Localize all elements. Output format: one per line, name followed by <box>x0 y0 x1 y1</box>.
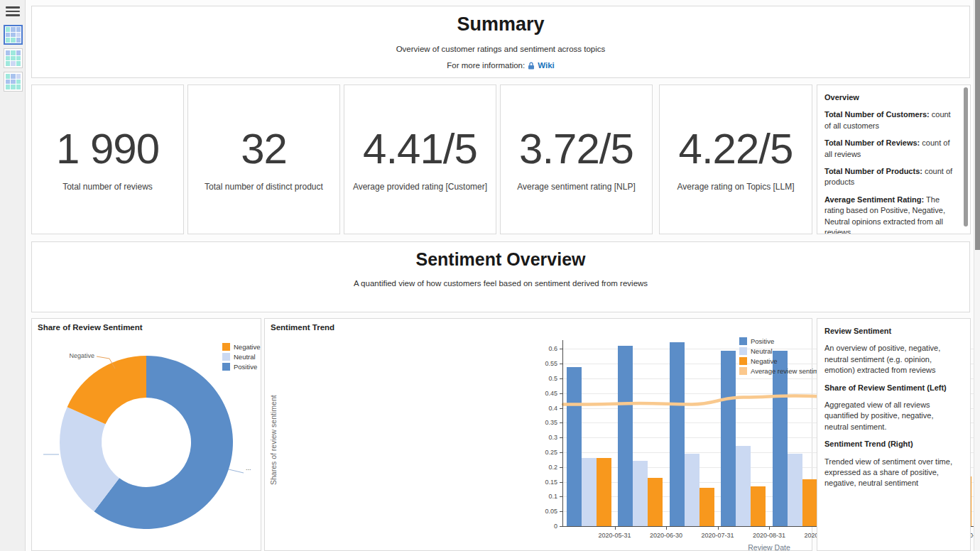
left-axis-tick <box>560 511 562 512</box>
left-axis-tick-label: 0.35 <box>531 419 557 426</box>
overview-term: Total Number of Customers: <box>824 110 930 119</box>
kpi-value: 32 <box>241 128 287 170</box>
sheet-thumbnail-2[interactable] <box>4 48 23 68</box>
x-axis-tick <box>769 527 770 530</box>
overview-term: Total Number of Reviews: <box>824 138 920 147</box>
x-axis-tick <box>666 527 667 530</box>
neutral-swatch <box>222 353 230 361</box>
positive-swatch <box>222 363 230 371</box>
left-axis-tick-label: 0.1 <box>531 493 557 500</box>
kpi-label: Total number of distinct product <box>205 182 323 192</box>
left-axis-tick-label: 0.55 <box>531 360 557 367</box>
left-axis-tick <box>560 526 562 527</box>
legend-label: Negative <box>234 343 261 351</box>
overview-item: Total Number of Products: count of produ… <box>824 166 959 188</box>
overview-term: Average Sentiment Rating: <box>824 195 924 204</box>
left-axis-tick-label: 0.3 <box>531 434 557 441</box>
kpi-value: 3.72/5 <box>519 128 633 170</box>
overview-term: Total Number of Products: <box>824 167 922 175</box>
left-axis-tick-label: 0.2 <box>531 464 557 471</box>
sheet-sidebar <box>0 0 26 551</box>
kpi-label: Average sentiment rating [NLP] <box>517 182 636 192</box>
kpi-card-1: 1 990Total number of reviews <box>31 84 184 234</box>
left-axis-tick <box>560 496 562 497</box>
left-axis-tick <box>560 482 562 483</box>
left-axis-tick-label: 0.45 <box>531 390 557 397</box>
left-axis-tick <box>560 422 562 423</box>
kpi-label: Average rating on Topics [LLM] <box>677 182 795 192</box>
overview-title: Overview <box>824 93 859 102</box>
kpi-value: 4.22/5 <box>679 128 793 170</box>
kpi-label: Total number of reviews <box>62 182 153 192</box>
trend-chart-card: Sentiment Trend 00.050.10.150.20.250.30.… <box>264 318 812 551</box>
legend-item-average-review-sentiment[interactable]: Average review sentiment <box>739 367 828 375</box>
left-axis-line <box>562 340 563 527</box>
page-scrollbar-thumb[interactable] <box>975 0 980 250</box>
left-axis-tick <box>560 349 562 349</box>
overview-panel[interactable]: Overview Total Number of Customers: coun… <box>817 84 971 234</box>
overview-panel-scrollbar[interactable] <box>964 87 968 227</box>
legend-label: Positive <box>234 363 257 371</box>
left-axis-tick <box>560 467 562 468</box>
kpi-value: 1 990 <box>56 128 159 170</box>
section-subtitle: A quantified view of how customers feel … <box>32 279 969 288</box>
x-axis-tick <box>615 527 616 530</box>
legend-item-positive[interactable]: Positive <box>739 337 828 345</box>
left-axis-tick-label: 0.25 <box>531 449 557 456</box>
left-axis-tick-label: 0.6 <box>531 345 557 352</box>
review-panel-content: Review SentimentAn overview of positive,… <box>817 319 970 550</box>
left-axis-tick <box>560 378 562 379</box>
sentiment-section-card: Sentiment Overview A quantified view of … <box>31 241 970 312</box>
legend-item-neutral[interactable]: Neutral <box>739 347 828 355</box>
overview-panel-content: Overview Total Number of Customers: coun… <box>817 85 970 234</box>
review-heading: Review Sentiment <box>824 326 959 337</box>
review-text: Trended view of sentiment over time, exp… <box>824 457 959 489</box>
legend-item-negative[interactable]: Negative <box>739 357 828 365</box>
donut-chart-card: Share of Review Sentiment Negative ... N… <box>31 318 261 551</box>
left-axis-tick <box>560 364 562 364</box>
review-heading: Share of Review Sentiment (Left) <box>824 383 959 393</box>
x-axis-date-label: 2020-06-30 <box>650 532 682 539</box>
left-axis-title: Shares of review sentiment <box>269 361 278 519</box>
legend-label: Neutral <box>234 353 256 361</box>
page-subtitle: Overview of customer ratings and sentime… <box>32 45 969 53</box>
overview-item: Total Number of Reviews: count of all re… <box>824 138 959 160</box>
page-title: Summary <box>32 6 969 36</box>
section-title: Sentiment Overview <box>32 242 969 270</box>
x-axis-date-label: 2020-05-31 <box>598 532 631 539</box>
review-text: An overview of positive, negative, neutr… <box>824 343 959 376</box>
donut-callout-negative: Negative <box>53 352 94 359</box>
summary-header-card: Summary Overview of customer ratings and… <box>31 6 970 78</box>
kpi-card-5: 4.22/5Average rating on Topics [LLM] <box>659 84 812 234</box>
legend-item-neutral[interactable]: Neutral <box>222 353 261 361</box>
review-sentiment-panel[interactable]: Review SentimentAn overview of positive,… <box>817 318 971 551</box>
trend-chart: 00.050.10.150.20.250.30.350.40.450.50.55… <box>265 319 813 551</box>
info-prefix: For more information: <box>447 61 525 70</box>
x-axis-tick <box>718 527 719 530</box>
review-text: Aggregated view of all reviews quantifie… <box>824 400 959 432</box>
kpi-card-3: 4.41/5Average provided rating [Customer] <box>344 84 496 234</box>
left-axis-tick <box>560 408 562 409</box>
left-axis-tick-label: 0.05 <box>531 508 557 515</box>
donut-callout-truncated: ... <box>246 464 251 471</box>
menu-icon[interactable] <box>6 6 20 18</box>
kpi-label: Average provided rating [Customer] <box>353 182 487 192</box>
kpi-card-4: 3.72/5Average sentiment rating [NLP] <box>500 84 653 234</box>
page-scrollbar[interactable] <box>974 0 980 551</box>
wiki-link[interactable]: Wiki <box>538 61 555 70</box>
overview-item: Average Sentiment Rating: The rating bas… <box>824 195 959 234</box>
left-axis-tick-label: 0.4 <box>531 405 557 412</box>
donut-legend: NegativeNeutralPositive <box>222 343 261 371</box>
x-axis-title: Review Date <box>748 543 790 551</box>
sheet-thumbnail-1[interactable] <box>4 25 23 45</box>
left-axis-tick-label: 0 <box>531 523 557 530</box>
left-axis-tick <box>560 437 562 438</box>
left-axis-tick <box>560 393 562 394</box>
left-axis-tick-label: 0.15 <box>531 479 557 486</box>
legend-item-positive[interactable]: Positive <box>222 363 261 371</box>
legend-item-negative[interactable]: Negative <box>222 343 261 351</box>
left-axis-tick <box>560 452 562 453</box>
sheet-thumbnail-3[interactable] <box>4 72 23 92</box>
lock-icon <box>528 62 535 70</box>
x-axis-date-label: 2020-07-31 <box>701 532 734 539</box>
